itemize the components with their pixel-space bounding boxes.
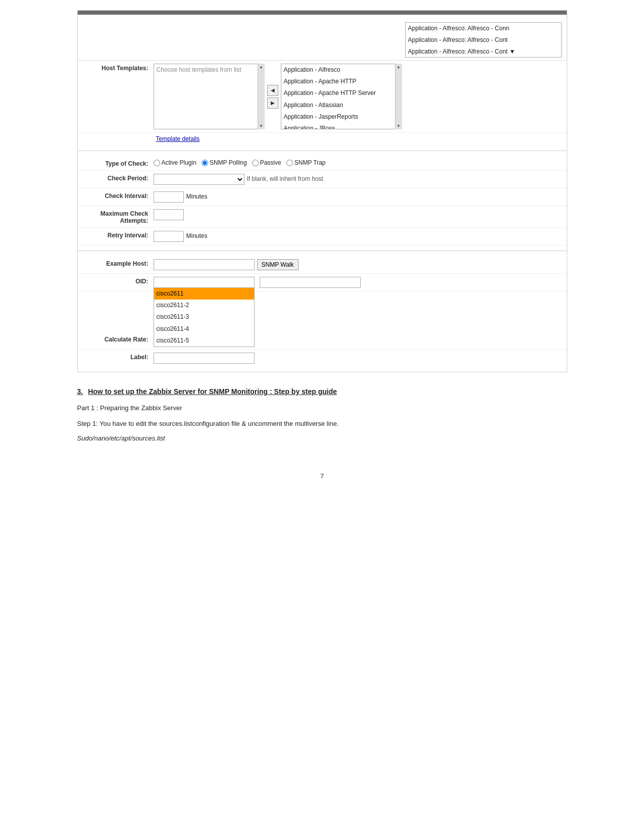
- template-details-row: Template details: [78, 133, 567, 145]
- list-item: Application - Alfresco: Alfresco - Conn: [406, 23, 561, 34]
- host-templates-layout: Choose host templates from list ▲ ▼ ◀ ▶: [154, 64, 402, 129]
- top-application-listbox: Application - Alfresco: Alfresco - Conn …: [405, 22, 562, 58]
- example-host-row: Example Host: cis SNMP Walk: [78, 256, 567, 274]
- radio-passive-label: Passive: [260, 159, 281, 166]
- oid-dropdown-item[interactable]: cisco2611-5: [154, 335, 254, 347]
- radio-snmp-polling-label: SNMP Polling: [210, 159, 247, 166]
- label-row: Label: cisco-counre: [78, 350, 567, 367]
- scroll-indicator-right: ▲ ▼: [395, 64, 402, 129]
- list-item: Application - Alfresco: Alfresco - Cont: [406, 34, 561, 46]
- max-check-attempts-input[interactable]: 3: [154, 209, 184, 220]
- type-of-check-label: Type of Check:: [83, 159, 154, 167]
- host-templates-left-wrapper: Choose host templates from list ▲ ▼: [154, 64, 265, 129]
- scroll-indicator-left: ▲ ▼: [258, 64, 265, 129]
- check-period-inherit-text: If blank, will inherit from host: [247, 174, 323, 182]
- list-item[interactable]: Application - Apache HTTP Server: [281, 87, 394, 99]
- move-left-btn[interactable]: ◀: [267, 85, 278, 96]
- retry-interval-input[interactable]: 1: [154, 231, 184, 242]
- calculate-rate-label: Calculate Rate:: [83, 335, 154, 343]
- retry-interval-label: Retry Interval:: [83, 231, 154, 239]
- check-interval-content: 5 Minutes: [154, 191, 562, 203]
- list-item[interactable]: Application - Apache HTTP: [281, 76, 394, 87]
- calculate-rate-row: Calculate Rate: ▼: [78, 332, 567, 350]
- check-interval-row: Check Interval: 5 Minutes: [78, 188, 567, 206]
- top-list-container: Application - Alfresco: Alfresco - Conn …: [78, 20, 567, 61]
- scroll-up-arrow: ▲: [259, 65, 263, 69]
- section-3-part1: Part 1 : Preparing the Zabbix Server: [77, 403, 567, 414]
- oid-second-input[interactable]: [260, 277, 361, 288]
- check-period-select[interactable]: [154, 174, 244, 185]
- scroll-down-arrow: ▼: [397, 124, 401, 128]
- template-details-link[interactable]: Template details: [156, 135, 562, 142]
- section-divider-2: [78, 251, 567, 251]
- radio-snmp-polling: SNMP Polling: [202, 159, 247, 166]
- host-templates-row: Host Templates: Choose host templates fr…: [78, 61, 567, 133]
- list-item[interactable]: Application - Alfresco: [281, 64, 394, 76]
- form-container: Application - Alfresco: Alfresco - Conn …: [77, 10, 567, 372]
- radio-snmp-polling-input[interactable]: [202, 160, 208, 166]
- section-3-heading: 3.How to set up the Zabbix Server for SN…: [77, 387, 567, 396]
- oid-dropdown-item[interactable]: cisco2611-3: [154, 311, 254, 323]
- check-period-content: If blank, will inherit from host: [154, 174, 562, 185]
- radio-snmp-trap: SNMP Trap: [286, 159, 326, 166]
- oid-dropdown-item[interactable]: cisco2611-4: [154, 323, 254, 335]
- oid-input[interactable]: [154, 277, 255, 288]
- section-3-title: How to set up the Zabbix Server for SNMP…: [88, 387, 337, 396]
- check-interval-input[interactable]: 5: [154, 191, 184, 203]
- section-3-number: 3.: [77, 387, 83, 396]
- oid-dropdown-item[interactable]: cisco2611-2: [154, 300, 254, 311]
- radio-snmp-trap-label: SNMP Trap: [294, 159, 326, 166]
- host-templates-right-list[interactable]: Application - Alfresco Application - Apa…: [281, 64, 402, 129]
- oid-container: cisco2611 cisco2611-2 cisco2611-3 cisco2…: [154, 277, 255, 288]
- form-header-bar: [78, 11, 567, 15]
- list-item[interactable]: Application - JasperReports: [281, 111, 394, 123]
- snmp-walk-button[interactable]: SNMP Walk: [257, 259, 299, 270]
- section-3-step1-italic: Sudo/nano/etc/apt/sources.list: [77, 434, 567, 442]
- check-period-row: Check Period: If blank, will inherit fro…: [78, 171, 567, 188]
- max-check-attempts-content: 3: [154, 209, 562, 220]
- radio-active-plugin-input[interactable]: [154, 160, 160, 166]
- host-templates-content: Choose host templates from list ▲ ▼ ◀ ▶: [154, 64, 562, 129]
- list-item: Application - Alfresco: Alfresco - Cont …: [406, 46, 561, 58]
- host-templates-left-list[interactable]: Choose host templates from list: [154, 64, 265, 129]
- oid-dropdown-item[interactable]: cisco2611: [154, 288, 254, 300]
- example-host-layout: cis SNMP Walk: [154, 259, 299, 270]
- list-item[interactable]: Application - JBoss: [281, 123, 394, 129]
- retry-interval-row: Retry Interval: 1 Minutes: [78, 228, 567, 246]
- retry-interval-unit: Minutes: [186, 231, 208, 239]
- radio-active-plugin: Active Plugin: [154, 159, 196, 166]
- check-period-label: Check Period:: [83, 174, 154, 182]
- scroll-down-arrow: ▼: [259, 124, 263, 128]
- list-item[interactable]: Application - Atlassian: [281, 100, 394, 111]
- retry-interval-content: 1 Minutes: [154, 231, 562, 242]
- host-templates-label: Host Templates:: [83, 64, 154, 72]
- list-item-placeholder: Choose host templates from list: [154, 64, 257, 76]
- form-body: Application - Alfresco: Alfresco - Conn …: [78, 15, 567, 372]
- max-check-attempts-label: Maximum Check Attempts:: [83, 209, 154, 224]
- oid-dropdown[interactable]: cisco2611 cisco2611-2 cisco2611-3 cisco2…: [154, 288, 255, 347]
- radio-passive-input[interactable]: [252, 160, 259, 166]
- example-host-input[interactable]: cis: [154, 259, 255, 270]
- check-interval-unit: Minutes: [186, 191, 208, 200]
- arrow-buttons: ◀ ▶: [267, 64, 278, 129]
- type-of-check-content: Active Plugin SNMP Polling Passive: [154, 159, 562, 166]
- radio-passive: Passive: [252, 159, 281, 166]
- radio-snmp-trap-input[interactable]: [286, 160, 293, 166]
- section-3-step1: Step 1: You have to edit the sources.lis…: [77, 419, 567, 429]
- check-interval-label: Check Interval:: [83, 191, 154, 200]
- oid-row: OID: cisco2611 cisco2611-2 cisco2611-3 c…: [78, 274, 567, 291]
- type-of-check-row: Type of Check: Active Plugin SNMP Pollin…: [78, 156, 567, 171]
- label-field-content: cisco-counre: [154, 353, 562, 364]
- page-wrapper: Application - Alfresco: Alfresco - Conn …: [57, 0, 587, 510]
- host-templates-right-wrapper: Application - Alfresco Application - Apa…: [281, 64, 402, 129]
- radio-active-plugin-label: Active Plugin: [162, 159, 196, 166]
- page-number: 7: [77, 472, 567, 480]
- max-check-attempts-row: Maximum Check Attempts: 3: [78, 206, 567, 228]
- example-host-label: Example Host:: [83, 259, 154, 267]
- top-right-listbox[interactable]: Application - Alfresco: Alfresco - Conn …: [405, 22, 562, 58]
- example-host-content: cis SNMP Walk: [154, 259, 562, 270]
- label-field-input[interactable]: cisco-counre: [154, 353, 255, 364]
- move-right-btn[interactable]: ▶: [267, 97, 278, 109]
- scroll-up-arrow: ▲: [397, 65, 401, 69]
- oid-label: OID:: [83, 277, 154, 285]
